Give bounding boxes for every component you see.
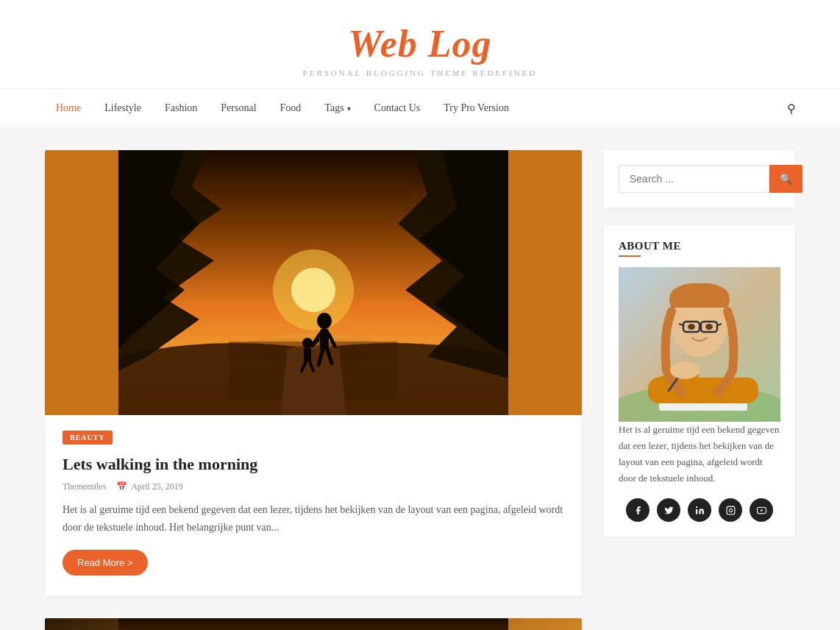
search-widget: 🔍 xyxy=(604,150,795,208)
svg-rect-16 xyxy=(118,618,508,630)
about-image-svg xyxy=(619,267,780,422)
search-input[interactable] xyxy=(619,165,769,193)
tagline-plain: PERSONAL BLOGGING xyxy=(303,68,427,77)
post-body: BEAUTY Lets walking in the morning Theme… xyxy=(45,415,582,596)
post-date: 📅 April 25, 2019 xyxy=(116,481,182,492)
tagline-italic: Theme xyxy=(430,68,469,77)
nav-item-tags[interactable]: Tags ▾ xyxy=(313,89,362,127)
nav-item-personal[interactable]: Personal xyxy=(209,89,268,127)
site-tagline: PERSONAL BLOGGING Theme REDEFINED xyxy=(15,68,825,77)
site-header: Web Log PERSONAL BLOGGING Theme REDEFINE… xyxy=(0,0,840,88)
post-meta: Thememiles 📅 April 25, 2019 xyxy=(63,481,564,492)
social-icons xyxy=(619,498,780,522)
read-more-button[interactable]: Read More > xyxy=(63,550,148,576)
about-text: Het is al geruime tijd een bekend gegeve… xyxy=(619,422,780,486)
main-container: BEAUTY Lets walking in the morning Theme… xyxy=(30,150,810,630)
about-title: ABOUT ME xyxy=(619,240,780,252)
svg-marker-37 xyxy=(761,509,763,512)
about-widget: ABOUT ME xyxy=(604,225,795,537)
calendar-icon: 📅 xyxy=(116,481,127,492)
social-icon-facebook[interactable] xyxy=(626,498,649,522)
tagline-end: REDEFINED xyxy=(472,68,537,77)
post-featured-image xyxy=(45,150,582,415)
post-card-small xyxy=(45,618,582,630)
svg-rect-6 xyxy=(320,329,329,350)
post-excerpt: Het is al geruime tijd een bekend gegeve… xyxy=(63,501,564,537)
nav-search-icon[interactable]: ⚲ xyxy=(787,102,796,116)
nav-item-lifestyle[interactable]: Lifestyle xyxy=(93,89,153,127)
social-icon-linkedin[interactable] xyxy=(688,498,711,522)
post-category-badge[interactable]: BEAUTY xyxy=(63,431,113,445)
svg-rect-35 xyxy=(727,506,735,514)
nav-links: Home Lifestyle Fashion Personal Food Tag… xyxy=(44,89,521,127)
svg-point-2 xyxy=(291,268,335,312)
search-form: 🔍 xyxy=(619,165,780,193)
nav-item-fashion[interactable]: Fashion xyxy=(153,89,209,127)
sidebar: 🔍 ABOUT ME xyxy=(604,150,795,630)
social-icon-instagram[interactable] xyxy=(719,498,742,522)
content-area: BEAUTY Lets walking in the morning Theme… xyxy=(45,150,582,630)
svg-point-5 xyxy=(317,313,332,329)
svg-point-34 xyxy=(696,506,697,508)
nav-item-food[interactable]: Food xyxy=(268,89,313,127)
site-title: Web Log xyxy=(15,22,825,66)
tags-chevron-icon: ▾ xyxy=(347,105,351,113)
social-icon-twitter[interactable] xyxy=(657,498,680,522)
post-author: Thememiles xyxy=(63,481,106,492)
nav-item-home[interactable]: Home xyxy=(44,89,93,127)
search-button[interactable]: 🔍 xyxy=(769,165,802,193)
nav-item-pro[interactable]: Try Pro Version xyxy=(432,89,521,127)
social-icon-youtube[interactable] xyxy=(750,498,773,522)
about-image xyxy=(619,267,780,422)
svg-point-33 xyxy=(670,361,700,379)
about-title-underline xyxy=(619,255,641,257)
nav-item-contact[interactable]: Contact Us xyxy=(363,89,433,127)
site-nav: Home Lifestyle Fashion Personal Food Tag… xyxy=(0,88,840,128)
svg-rect-12 xyxy=(304,348,311,361)
post-date-text: April 25, 2019 xyxy=(131,481,182,492)
post-title: Lets walking in the morning xyxy=(63,455,564,474)
post-card-main: BEAUTY Lets walking in the morning Theme… xyxy=(45,150,582,596)
svg-point-31 xyxy=(705,324,713,330)
post-image-small xyxy=(45,618,582,630)
post-image-small-svg xyxy=(45,618,582,630)
svg-point-30 xyxy=(688,324,695,330)
post-image-svg xyxy=(45,150,582,415)
